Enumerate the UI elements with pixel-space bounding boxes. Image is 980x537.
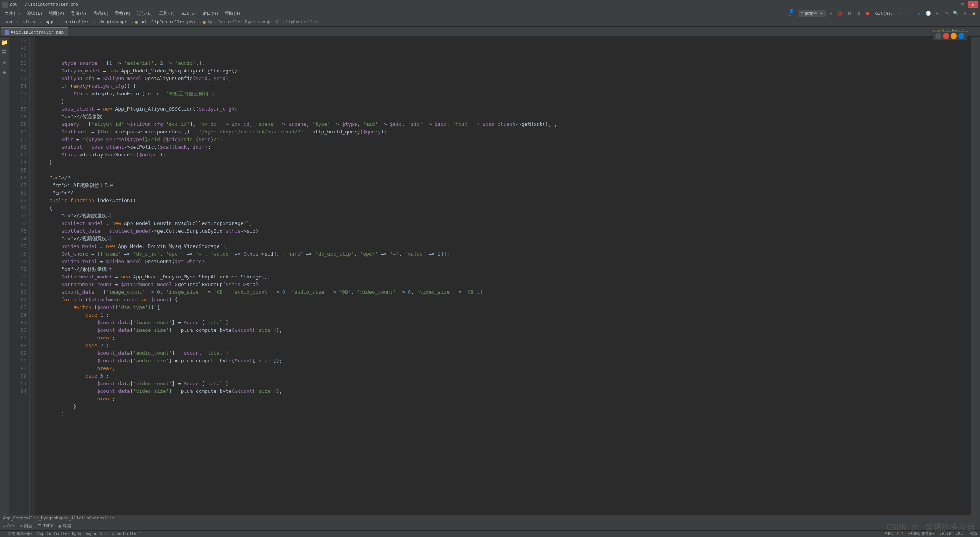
run-config-selector[interactable]: 当前文件 ▾ <box>798 10 825 17</box>
debug-icon[interactable]: 🐞 <box>837 10 844 17</box>
menu-window[interactable]: 窗口(W) <box>200 10 221 17</box>
status-message: 未使用的元素: 'App_Controller_Dydqtshoppc_Alic… <box>8 531 885 537</box>
bookmarks-tool-icon[interactable]: ★ <box>1 59 8 66</box>
vcs-history-icon[interactable]: 🕘 <box>924 10 932 17</box>
maximize-button[interactable]: ▢ <box>957 1 968 8</box>
php-file-icon <box>5 30 9 35</box>
crumb-file[interactable]: AliclipController.php <box>139 19 197 25</box>
run-icon[interactable]: ▶ <box>827 10 835 17</box>
line-number-gutter[interactable]: 4849505152535455565758596061626364656667… <box>9 37 30 515</box>
right-tool-strip <box>971 37 980 515</box>
vcs-update-icon[interactable]: ✓ <box>897 10 904 17</box>
status-indicator-icon[interactable]: □ <box>3 532 5 536</box>
chrome-icon[interactable] <box>943 33 949 39</box>
left-tool-strip: 📁 ☰ ★ ◆ <box>0 37 9 515</box>
class-bullet-icon: ● <box>203 19 206 25</box>
git-tool-button[interactable]: ↙ Git <box>3 524 15 529</box>
status-eol[interactable]: CRLF <box>956 531 965 537</box>
close-button[interactable]: ✕ <box>968 1 978 8</box>
status-php[interactable]: PHP: 7.4 <box>885 531 903 537</box>
crumb-context[interactable]: App_Controller_Dydqtshoppc_AliclipContro… <box>207 19 318 24</box>
menu-view[interactable]: 视图(V) <box>47 10 67 17</box>
problems-tool-button[interactable]: ⊘ 问题 <box>20 523 33 529</box>
vcs-rollback-icon[interactable]: ↩ <box>933 10 941 17</box>
menu-bar: 文件(F) 编辑(E) 视图(V) 导航(N) 代码(C) 重构(R) 运行(U… <box>0 9 980 18</box>
editor-tab-bar: AliclipController.php ⚠ 235 ✎ 620 ⌃ ⌄ <box>0 27 980 37</box>
profile-icon[interactable]: ⧗ <box>855 10 862 17</box>
terminal-tool-button[interactable]: ▣ 终端 <box>59 523 71 529</box>
menu-refactor[interactable]: 重构(R) <box>113 10 133 17</box>
crumb-app[interactable]: app <box>43 19 55 25</box>
ide-help-icon[interactable]: ● <box>970 10 978 17</box>
git-toolbar-label: Git(G): <box>873 10 895 17</box>
vcs-commit-icon[interactable]: ✓ <box>906 10 914 17</box>
status-encoding[interactable]: 选项 <box>969 531 977 537</box>
search-icon[interactable]: 🔍 <box>952 10 959 17</box>
menu-tools[interactable]: 工具(T) <box>157 10 177 17</box>
firefox-icon[interactable] <box>951 33 957 39</box>
crumb-controller[interactable]: controller <box>61 19 91 25</box>
breadcrumb-bar: sou› sites› app› controller› dydqtshoppc… <box>0 18 980 27</box>
browser-icons-panel[interactable] <box>933 31 967 40</box>
minimize-button[interactable]: — <box>946 1 957 8</box>
stop-icon[interactable]: ■ <box>864 10 872 17</box>
crumb-sites[interactable]: sites <box>20 19 37 25</box>
menu-git[interactable]: Git(G) <box>179 10 199 17</box>
reader-mode-icon[interactable] <box>935 33 941 39</box>
settings-icon[interactable]: ⚙ <box>961 10 969 17</box>
bottom-tool-bar: ↙ Git ⊘ 问题 ☰ TODO ▣ 终端 <box>0 522 980 530</box>
crumb-root[interactable]: sou <box>2 19 15 25</box>
structure-tool-icon[interactable]: ☰ <box>1 49 8 56</box>
code-editor[interactable]: 4849505152535455565758596061626364656667… <box>9 37 971 515</box>
vcs-push-icon[interactable]: ↗ <box>915 10 923 17</box>
app-icon <box>2 2 8 8</box>
status-bar: □ 未使用的元素: 'App_Controller_Dydqtshoppc_Al… <box>0 530 980 537</box>
file-bullet-icon: ● <box>135 19 138 25</box>
menu-code[interactable]: 代码(C) <box>91 10 111 17</box>
todo-tool-button[interactable]: ☰ TODO <box>38 524 53 529</box>
right-margin-line <box>326 37 326 515</box>
code-area[interactable]: $type_source = [1 => 'material', 2 => 'a… <box>35 37 971 515</box>
user-icon[interactable]: 👤▾ <box>788 10 796 17</box>
project-tool-icon[interactable]: 📁 <box>1 39 8 46</box>
menu-edit[interactable]: 编辑(E) <box>24 10 45 17</box>
editor-breadcrumb[interactable]: App_Controller_Dydqtshoppc_AliclipContro… <box>0 515 980 522</box>
status-interpreter[interactable]: <无默认服务器> <box>907 531 935 537</box>
coverage-icon[interactable]: ◧ <box>846 10 853 17</box>
title-bar: sou - AliclipController.php — ▢ ✕ <box>0 0 980 9</box>
menu-run[interactable]: 运行(U) <box>135 10 155 17</box>
favorites-tool-icon[interactable]: ◆ <box>1 69 8 76</box>
window-title: sou - AliclipController.php <box>10 2 946 7</box>
menu-navigate[interactable]: 导航(N) <box>69 10 89 17</box>
gutter-marks[interactable] <box>30 37 35 515</box>
editor-tab[interactable]: AliclipController.php <box>1 27 68 36</box>
tab-label: AliclipController.php <box>11 30 64 35</box>
edge-icon[interactable] <box>958 33 964 39</box>
sync-icon[interactable]: ⟳ <box>943 10 950 17</box>
status-position[interactable]: 36:19 <box>940 531 951 537</box>
crumb-dir[interactable]: dydqtshoppc <box>97 19 129 25</box>
menu-help[interactable]: 帮助(H) <box>222 10 243 17</box>
menu-file[interactable]: 文件(F) <box>2 10 23 17</box>
